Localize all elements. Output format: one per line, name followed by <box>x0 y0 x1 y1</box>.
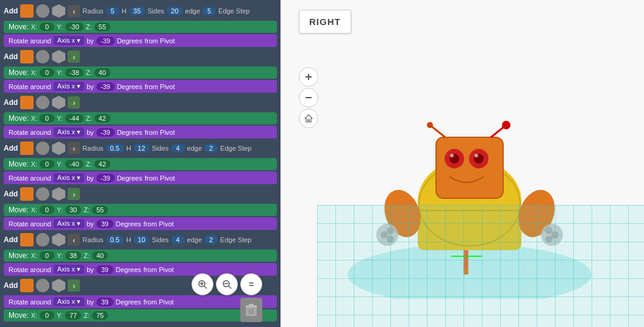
h-label-1: H <box>122 7 127 15</box>
y-label-3: Y: <box>57 115 63 122</box>
shape-hex-3[interactable] <box>52 96 65 109</box>
add-label-2: Add <box>4 52 18 61</box>
z-label-4: Z: <box>86 160 92 168</box>
edge-val-6: 2 <box>204 235 218 244</box>
axis-btn-2[interactable]: Axis x ▾ <box>54 82 84 91</box>
svg-point-37 <box>502 121 510 129</box>
deg-label-2: Degrees <box>117 83 143 90</box>
shape-circle-6[interactable] <box>36 233 49 246</box>
x-val-2: 0 <box>40 68 54 77</box>
svg-line-5 <box>229 286 231 289</box>
add-row-2: Add › <box>0 48 281 65</box>
x-label-5: X: <box>31 206 37 214</box>
sides-val-6: 4 <box>171 235 185 244</box>
zoom-in-button[interactable] <box>299 67 318 87</box>
y-val-4: -40 <box>65 160 84 168</box>
arrow-left-4[interactable]: ‹ <box>68 142 80 154</box>
z-val-2: 40 <box>95 68 110 77</box>
svg-marker-16 <box>305 115 312 122</box>
by-label-3: by <box>87 129 94 136</box>
edge-step-label-1: Edge Step <box>218 7 249 15</box>
sides-label-6: Sides <box>152 236 169 243</box>
shape-hex-1[interactable] <box>52 4 65 18</box>
deg-val-1: -39 <box>96 37 115 45</box>
z-label-2: Z: <box>86 69 92 76</box>
z-val-6: 40 <box>92 251 108 260</box>
move-label-5: Move: <box>9 206 29 214</box>
svg-point-35 <box>427 122 433 128</box>
rotate-row-2: Rotate around Axis x ▾ by -39 Degrees fr… <box>4 80 277 93</box>
move-row-5: Move: X: 0 Y: 30 Z: 55 <box>4 204 277 216</box>
radius-val-6: 0.5 <box>106 235 124 244</box>
add-row-5: Add › <box>0 185 281 203</box>
zoom-in-left-btn[interactable] <box>191 273 213 295</box>
move-row-3: Move: X: 0 Y: -44 Z: 42 <box>4 112 277 124</box>
sides-val-4: 4 <box>171 144 185 153</box>
shape-orange-5[interactable] <box>20 187 34 201</box>
add-row-1: Add ‹ Radius 5 H 35 Sides 20 edge 5 Edge… <box>0 2 281 20</box>
y-label-6: Y: <box>57 252 63 259</box>
move-label-3: Move: <box>9 114 29 123</box>
shape-orange-4[interactable] <box>20 142 34 155</box>
add-row-6: Add ‹ Radius 0.5 H 10 Sides 4 edge 2 Edg… <box>0 231 281 248</box>
script-panel: Add ‹ Radius 5 H 35 Sides 20 edge 5 Edge… <box>0 0 281 327</box>
h-label-6: H <box>126 236 131 243</box>
grid-floor-svg <box>317 205 644 327</box>
equals-btn[interactable]: = <box>240 273 262 295</box>
arrow-right-3[interactable]: › <box>68 96 80 109</box>
shape-orange-1[interactable] <box>20 4 34 18</box>
z-label-3: Z: <box>86 115 92 122</box>
shape-circle-5[interactable] <box>36 187 49 201</box>
add-label-6: Add <box>4 235 18 244</box>
z-val-3: 42 <box>95 114 110 123</box>
axis-btn-4[interactable]: Axis x ▾ <box>54 173 84 182</box>
shape-hex-5[interactable] <box>52 187 65 201</box>
add-label-5: Add <box>4 190 18 198</box>
arrow-left-6[interactable]: ‹ <box>68 234 80 246</box>
add-row-3: Add › <box>0 94 281 111</box>
z-val-1: 55 <box>95 23 110 31</box>
rotate-row-3: Rotate around Axis x ▾ by -39 Degrees fr… <box>4 126 277 138</box>
y-label-1: Y: <box>57 23 63 31</box>
sides-label-1: Sides <box>148 7 165 15</box>
rotate-label-5: Rotate around <box>9 220 51 228</box>
zoom-out-button[interactable] <box>299 88 318 107</box>
move-row-1: Move: X: 0 Y: -30 Z: 55 <box>4 21 277 33</box>
trash-button[interactable] <box>240 298 262 322</box>
shape-hex-4[interactable] <box>52 142 65 155</box>
z-label-6: Z: <box>84 252 90 259</box>
from-pivot-3: from Pivot <box>145 129 175 136</box>
y-label-4: Y: <box>57 160 63 168</box>
edge-step-label-6: Edge Step <box>220 236 251 243</box>
viewport-tools <box>299 67 318 128</box>
axis-btn-1[interactable]: Axis x ▾ <box>54 36 84 45</box>
edge-val-4: 2 <box>204 144 218 153</box>
radius-label-1: Radius <box>82 7 103 15</box>
zoom-out-left-btn[interactable] <box>216 273 238 295</box>
arrow-left-1[interactable]: ‹ <box>68 5 80 17</box>
shape-hex-6[interactable] <box>52 233 65 246</box>
rotate-label-1: Rotate around <box>9 37 51 45</box>
axis-btn-5[interactable]: Axis x ▾ <box>54 219 84 228</box>
shape-circle-1[interactable] <box>36 4 49 18</box>
shape-circle-4[interactable] <box>36 142 49 155</box>
arrow-right-5[interactable]: › <box>68 188 80 200</box>
shape-orange-2[interactable] <box>20 50 34 63</box>
axis-btn-3[interactable]: Axis x ▾ <box>54 128 84 137</box>
add-label-4: Add <box>4 144 18 153</box>
from-pivot-1: from Pivot <box>145 37 175 45</box>
shape-hex-2[interactable] <box>52 50 65 63</box>
h-label-4: H <box>126 145 131 152</box>
shape-circle-3[interactable] <box>36 96 49 109</box>
y-label-2: Y: <box>57 69 63 76</box>
deg-val-2: -39 <box>96 82 115 91</box>
z-val-4: 42 <box>95 160 110 168</box>
shape-orange-6[interactable] <box>20 233 34 246</box>
home-button[interactable] <box>299 109 318 128</box>
edge-label-1: edge <box>185 7 200 15</box>
shape-orange-3[interactable] <box>20 96 34 109</box>
rotate-label-4: Rotate around <box>9 174 51 182</box>
arrow-right-2[interactable]: › <box>68 51 80 63</box>
shape-circle-2[interactable] <box>36 50 49 63</box>
x-label-4: X: <box>31 160 37 168</box>
